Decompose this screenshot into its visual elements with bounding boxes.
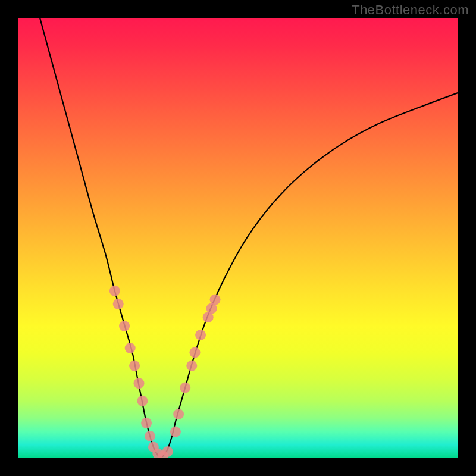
marker-point (119, 321, 130, 331)
marker-point (186, 361, 197, 371)
chart-frame: TheBottleneck.com (0, 0, 476, 476)
marker-point (141, 418, 152, 428)
marker-point (180, 383, 190, 393)
marker-point (134, 378, 145, 389)
marker-point (210, 295, 221, 305)
marker-point (109, 286, 120, 296)
bottleneck-curve (40, 18, 458, 457)
marker-point (129, 361, 140, 371)
marker-point (113, 299, 124, 309)
plot-area (18, 18, 458, 458)
marker-point (137, 396, 148, 406)
marker-point (189, 347, 200, 358)
watermark-text: TheBottleneck.com (352, 2, 469, 18)
highlight-markers (109, 286, 221, 458)
marker-point (170, 427, 181, 437)
marker-point (162, 446, 173, 457)
marker-point (195, 330, 206, 340)
marker-point (145, 431, 155, 441)
marker-point (173, 409, 184, 419)
marker-point (125, 343, 136, 353)
curve-layer (18, 18, 458, 458)
